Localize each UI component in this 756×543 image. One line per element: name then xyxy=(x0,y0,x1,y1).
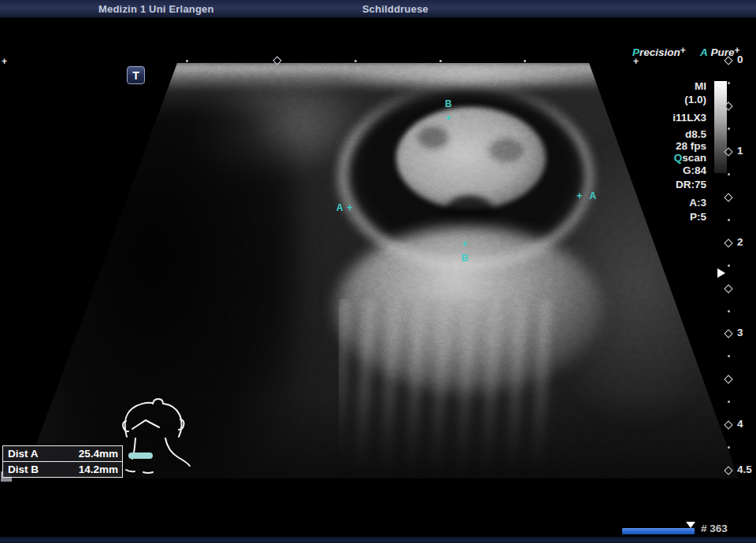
ruler-dot xyxy=(728,310,730,312)
ultrasound-image[interactable] xyxy=(0,63,756,478)
ruler-label: 2 xyxy=(737,238,743,247)
ruler-diamond xyxy=(724,329,732,338)
ruler-diamond xyxy=(724,193,732,201)
caliper-b-bottom[interactable]: +B xyxy=(461,236,469,264)
scale-tick xyxy=(186,60,188,62)
param-gain: G:84 xyxy=(683,164,706,176)
grayscale-bar xyxy=(714,81,727,173)
measurement-row-dist-b: Dist B 14.2mm xyxy=(3,462,122,477)
scale-tick xyxy=(524,60,526,62)
ruler-diamond xyxy=(724,375,732,383)
caliper-b-top[interactable]: B+ xyxy=(445,96,452,124)
institution-label: Medizin 1 Uni Erlangen xyxy=(98,3,214,15)
exam-preset-label: Schilddruese xyxy=(362,3,428,15)
param-mi-label: MI xyxy=(695,80,706,92)
param-transducer: i11LX3 xyxy=(673,112,706,124)
ruler-diamond xyxy=(724,238,732,247)
ruler-label: 4 xyxy=(737,419,743,429)
param-depth: d8.5 xyxy=(685,128,706,140)
ruler-label: 3 xyxy=(737,328,743,338)
param-qscan: Qscan xyxy=(674,152,706,164)
body-marker-neck[interactable] xyxy=(117,397,202,479)
focus-position-arrow xyxy=(717,268,725,278)
ruler-label: 4.5 xyxy=(737,465,752,475)
ruler-dot xyxy=(728,127,730,130)
measurement-label: Dist A xyxy=(8,448,39,460)
orientation-marker-label: T xyxy=(132,69,139,82)
measurement-value: 25.4mm xyxy=(79,448,118,460)
ruler-dot xyxy=(728,173,730,175)
ruler-dot xyxy=(728,401,730,403)
param-dynamic-range: DR:75 xyxy=(676,179,706,190)
measurement-value: 14.2mm xyxy=(79,464,118,475)
bottom-bar xyxy=(0,537,756,543)
caliper-a-right[interactable]: + A xyxy=(576,188,596,202)
frame-counter: # 363 xyxy=(701,523,728,534)
ultrasound-console-screen: Medizin 1 Uni Erlangen Schilddruese xyxy=(0,0,756,543)
measurement-row-dist-a: Dist A 25.4mm xyxy=(3,446,122,462)
ruler-label: 0 xyxy=(737,55,743,65)
caliper-a-left[interactable]: A + xyxy=(336,200,353,214)
idle-caliper-cross[interactable]: + xyxy=(2,57,7,65)
measurement-label: Dist B xyxy=(8,464,39,475)
ruler-dot xyxy=(728,446,730,449)
scale-cross: + xyxy=(633,57,639,65)
ruler-diamond xyxy=(724,420,732,429)
orientation-marker-button[interactable]: T xyxy=(127,66,145,84)
param-p-value: P:5 xyxy=(690,211,706,223)
neck-outline-icon xyxy=(123,399,190,473)
probe-position-bar xyxy=(128,452,153,459)
apure-mode-label: A Pure+ xyxy=(700,46,740,58)
cine-progress-bar[interactable] xyxy=(622,528,695,534)
ruler-dot xyxy=(728,355,730,357)
scale-tick xyxy=(354,60,357,62)
precision-mode-label: Precision+ xyxy=(632,46,686,58)
cine-cursor-icon[interactable] xyxy=(686,522,695,528)
ruler-label: 1 xyxy=(737,146,743,156)
ruler-dot xyxy=(728,82,730,84)
measurement-results-box: Dist A 25.4mm Dist B 14.2mm xyxy=(2,445,123,478)
scale-tick xyxy=(439,60,442,62)
ruler-dot xyxy=(728,219,730,221)
ruler-diamond xyxy=(724,284,732,293)
title-bar: Medizin 1 Uni Erlangen Schilddruese xyxy=(0,0,756,18)
ruler-dot xyxy=(728,264,730,267)
param-a-value: A:3 xyxy=(689,197,706,209)
speckle-texture xyxy=(0,63,756,478)
param-mi-value: (1.0) xyxy=(684,94,706,105)
param-frame-rate: 28 fps xyxy=(676,140,706,152)
